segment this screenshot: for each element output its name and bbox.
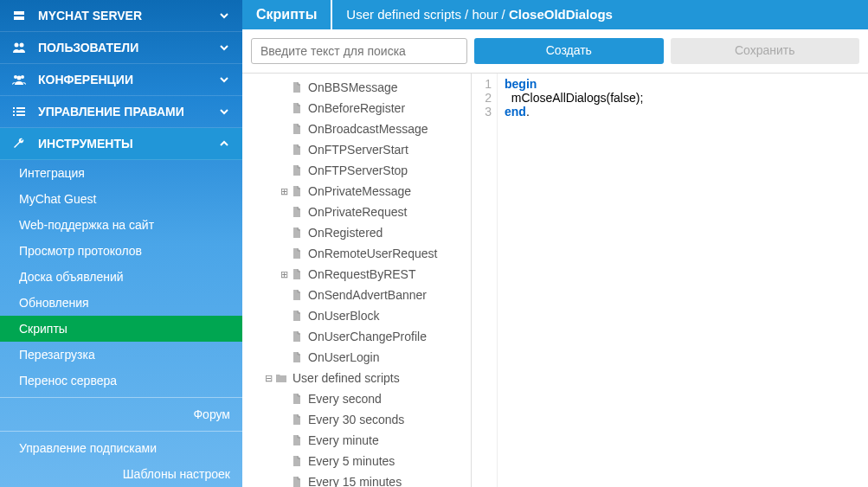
- node-label: Every 15 minutes: [308, 473, 402, 487]
- server-icon: [12, 9, 29, 22]
- expander-icon[interactable]: ⊟: [263, 369, 273, 387]
- node-label: OnPrivateRequest: [308, 203, 407, 221]
- file-icon: [289, 476, 305, 487]
- group-icon: [12, 73, 29, 87]
- toolbar: Создать Сохранить: [242, 29, 868, 74]
- svg-rect-1: [14, 16, 24, 20]
- tree-node[interactable]: OnRegistered: [242, 222, 471, 243]
- label: ПОЛЬЗОВАТЕЛИ: [38, 41, 138, 54]
- tree-node[interactable]: Every 5 minutes: [242, 451, 471, 471]
- sub-scripts[interactable]: Скрипты: [0, 316, 242, 342]
- tools-submenu: Интеграция MyChat Guest Web-поддержка на…: [0, 160, 242, 394]
- sub-templates[interactable]: Шаблоны настроек: [0, 461, 242, 487]
- tree-node[interactable]: Every 30 seconds: [242, 409, 471, 430]
- breadcrumb-section: Скрипты: [242, 0, 331, 29]
- node-label: OnUserBlock: [308, 307, 379, 324]
- tree-node[interactable]: OnUserChangeProfile: [242, 326, 471, 347]
- node-label: OnFTPServerStop: [308, 162, 408, 179]
- tree-node[interactable]: OnFTPServerStop: [242, 160, 471, 181]
- line-num: 2: [472, 91, 492, 105]
- search-input[interactable]: [251, 38, 467, 64]
- tree-node[interactable]: OnUserLogin: [242, 347, 471, 368]
- sub-integration[interactable]: Интеграция: [0, 160, 242, 186]
- tree-node[interactable]: OnBeforeRegister: [242, 98, 471, 119]
- node-label: OnBBSMessage: [308, 79, 398, 96]
- sidebar-item-server[interactable]: MYCHAT SERVER: [0, 0, 242, 32]
- label: MYCHAT SERVER: [38, 9, 142, 22]
- keyword: begin: [505, 77, 537, 91]
- sub-guest[interactable]: MyChat Guest: [0, 186, 242, 212]
- node-label: OnUserLogin: [308, 349, 380, 366]
- sub-protocols[interactable]: Просмотр протоколов: [0, 238, 242, 264]
- save-button[interactable]: Сохранить: [671, 38, 860, 64]
- node-label: OnBroadcastMessage: [308, 120, 428, 138]
- file-icon: [289, 330, 305, 343]
- breadcrumb-path: User defined scripts / hour / CloseOldDi…: [331, 0, 627, 29]
- tree-node[interactable]: OnPrivateRequest: [242, 202, 471, 222]
- tree-node[interactable]: OnSendAdvertBanner: [242, 285, 471, 305]
- node-label: OnBeforeRegister: [308, 99, 405, 117]
- svg-rect-10: [16, 111, 25, 112]
- tree-node[interactable]: Every minute: [242, 430, 471, 451]
- file-icon: [289, 144, 305, 156]
- users-icon: [12, 41, 29, 54]
- tree-node[interactable]: OnBroadcastMessage: [242, 119, 471, 139]
- sidebar-item-users[interactable]: ПОЛЬЗОВАТЕЛИ: [0, 32, 242, 64]
- code-editor[interactable]: 1 2 3 begin mCloseAllDialogs(false); end…: [472, 74, 868, 487]
- sidebar: MYCHAT SERVER ПОЛЬЗОВАТЕЛИ КОНФЕРЕНЦИИ У…: [0, 0, 242, 487]
- content: OnBBSMessageOnBeforeRegisterOnBroadcastM…: [242, 74, 868, 487]
- tree-node[interactable]: ⊞OnRequestByREST: [242, 264, 471, 285]
- expander-icon[interactable]: ⊞: [279, 266, 289, 283]
- tree-node[interactable]: ⊟User defined scripts: [242, 368, 471, 388]
- code-line: mCloseAllDialogs(false);: [505, 91, 643, 105]
- separator: [0, 431, 242, 432]
- file-icon: [289, 81, 305, 93]
- create-button[interactable]: Создать: [474, 38, 664, 64]
- code-body[interactable]: begin mCloseAllDialogs(false); end.: [498, 74, 650, 487]
- svg-rect-12: [16, 114, 25, 116]
- tree-node[interactable]: OnFTPServerStart: [242, 139, 471, 160]
- sidebar-item-conferences[interactable]: КОНФЕРЕНЦИИ: [0, 64, 242, 96]
- main: Скрипты User defined scripts / hour / Cl…: [242, 0, 868, 487]
- svg-rect-9: [13, 111, 15, 112]
- folder-icon: [273, 372, 289, 384]
- file-icon: [289, 289, 305, 301]
- node-label: User defined scripts: [293, 369, 400, 387]
- file-icon: [289, 351, 305, 363]
- path-current: CloseOldDialogs: [509, 7, 613, 22]
- svg-point-5: [21, 75, 24, 79]
- tree-node[interactable]: Every second: [242, 388, 471, 409]
- node-label: Every second: [308, 390, 382, 407]
- list-icon: [12, 105, 29, 119]
- chevron-down-icon: [218, 10, 230, 22]
- svg-point-6: [17, 76, 22, 80]
- expander-icon[interactable]: ⊞: [279, 183, 289, 200]
- svg-rect-7: [13, 107, 15, 109]
- file-icon: [289, 434, 305, 446]
- tree-node[interactable]: OnUserBlock: [242, 305, 471, 326]
- sub-subscriptions[interactable]: Управление подписками: [0, 435, 242, 461]
- file-icon: [289, 164, 305, 176]
- sidebar-item-tools[interactable]: ИНСТРУМЕНТЫ: [0, 128, 242, 160]
- svg-rect-0: [14, 11, 24, 15]
- sub-transfer[interactable]: Перенос сервера: [0, 368, 242, 394]
- tree-node[interactable]: OnRemoteUserRequest: [242, 243, 471, 264]
- keyword: end: [505, 105, 526, 119]
- sub-forum[interactable]: Форум: [0, 401, 242, 427]
- sidebar-item-rights[interactable]: УПРАВЛЕНИЕ ПРАВАМИ: [0, 96, 242, 128]
- sub-restart[interactable]: Перезагрузка: [0, 342, 242, 368]
- node-label: Every 5 minutes: [308, 452, 395, 470]
- tree-node[interactable]: Every 15 minutes: [242, 471, 471, 487]
- node-label: OnRegistered: [308, 224, 383, 241]
- script-tree[interactable]: OnBBSMessageOnBeforeRegisterOnBroadcastM…: [242, 74, 472, 487]
- sub-websupport[interactable]: Web-поддержка на сайт: [0, 212, 242, 238]
- path-text: User defined scripts / hour /: [346, 7, 509, 22]
- file-icon: [289, 102, 305, 114]
- chevron-up-icon: [218, 138, 230, 150]
- node-label: OnPrivateMessage: [308, 183, 411, 200]
- breadcrumb: Скрипты User defined scripts / hour / Cl…: [242, 0, 868, 29]
- tree-node[interactable]: ⊞OnPrivateMessage: [242, 181, 471, 202]
- sub-bulletin[interactable]: Доска объявлений: [0, 264, 242, 290]
- sub-updates[interactable]: Обновления: [0, 290, 242, 316]
- tree-node[interactable]: OnBBSMessage: [242, 77, 471, 98]
